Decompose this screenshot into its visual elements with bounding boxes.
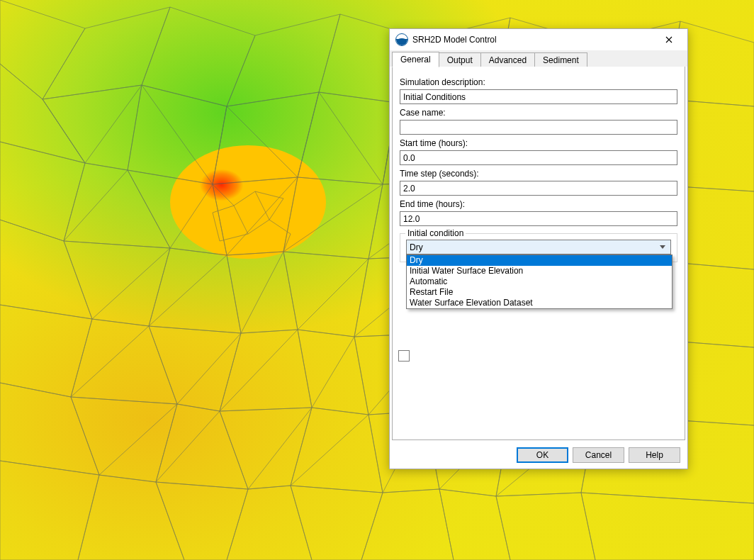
tab-output[interactable]: Output <box>439 52 481 67</box>
help-button[interactable]: Help <box>629 447 680 463</box>
combo-dropdown-list: Dry Initial Water Surface Elevation Auto… <box>406 254 673 309</box>
start-time-input[interactable] <box>400 150 677 165</box>
combo-display[interactable]: Dry <box>406 240 671 254</box>
titlebar: SRH2D Model Control <box>390 29 687 50</box>
dialog-buttons: OK Cancel Help <box>517 447 680 463</box>
chevron-down-icon <box>660 245 665 249</box>
case-name-label: Case name: <box>400 108 677 118</box>
tab-panel-general: Simulation description: Case name: Start… <box>392 67 685 440</box>
ok-button[interactable]: OK <box>517 447 568 463</box>
end-time-input[interactable] <box>400 211 677 226</box>
initial-condition-combo[interactable]: Dry Dry Initial Water Surface Elevation … <box>406 240 671 254</box>
time-step-input[interactable] <box>400 181 677 196</box>
combo-option-automatic[interactable]: Automatic <box>407 276 672 287</box>
combo-option-initial-wse[interactable]: Initial Water Surface Elevation <box>407 266 672 276</box>
start-time-label: Start time (hours): <box>400 138 677 148</box>
combo-option-restart-file[interactable]: Restart File <box>407 287 672 298</box>
sim-desc-label: Simulation description: <box>400 77 677 87</box>
tab-strip: General Output Advanced Sediment <box>390 50 687 67</box>
app-icon <box>395 33 408 46</box>
end-time-label: End time (hours): <box>400 199 677 209</box>
combo-selected-text: Dry <box>410 242 423 252</box>
combo-option-wse-dataset[interactable]: Water Surface Elevation Dataset <box>407 298 672 308</box>
svg-point-4 <box>170 145 326 259</box>
initial-condition-group: Initial condition Dry Dry Initial Water … <box>400 233 677 262</box>
model-control-dialog: SRH2D Model Control General Output Advan… <box>389 28 688 469</box>
cancel-button[interactable]: Cancel <box>573 447 624 463</box>
tab-advanced[interactable]: Advanced <box>480 52 535 67</box>
close-button[interactable] <box>655 30 683 50</box>
tab-general[interactable]: General <box>392 52 439 67</box>
combo-option-dry[interactable]: Dry <box>407 255 672 266</box>
initial-condition-legend: Initial condition <box>405 228 466 238</box>
close-icon <box>665 36 673 43</box>
tab-sediment[interactable]: Sediment <box>534 52 587 67</box>
sim-desc-input[interactable] <box>400 89 677 104</box>
hidden-checkbox[interactable] <box>398 350 410 362</box>
time-step-label: Time step (seconds): <box>400 169 677 179</box>
case-name-input[interactable] <box>400 120 677 135</box>
window-title: SRH2D Model Control <box>412 35 655 45</box>
